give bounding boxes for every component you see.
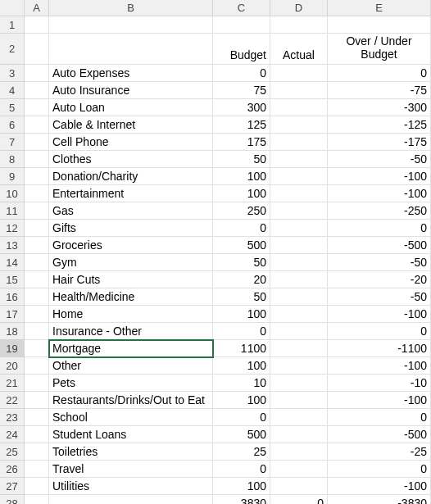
budget-cell[interactable]: 500 bbox=[213, 237, 270, 254]
actual-cell[interactable] bbox=[270, 357, 328, 375]
header-overunder[interactable]: Over / Under Budget bbox=[328, 34, 431, 65]
cell[interactable] bbox=[25, 116, 49, 134]
overunder-cell[interactable]: -1100 bbox=[328, 340, 431, 357]
cell[interactable] bbox=[25, 65, 49, 82]
actual-cell[interactable] bbox=[270, 220, 328, 237]
row-header[interactable]: 24 bbox=[0, 426, 25, 443]
overunder-cell[interactable]: -100 bbox=[328, 392, 431, 409]
category-cell[interactable]: Auto Expenses bbox=[49, 65, 213, 82]
spreadsheet-grid[interactable]: ABCDE12BudgetActualOver / Under Budget3A… bbox=[0, 0, 431, 504]
cell[interactable] bbox=[25, 461, 49, 478]
actual-cell[interactable] bbox=[270, 237, 328, 254]
budget-cell[interactable]: 3830 bbox=[213, 495, 270, 504]
overunder-cell[interactable]: -250 bbox=[328, 202, 431, 220]
cell[interactable] bbox=[25, 168, 49, 185]
overunder-cell[interactable]: -10 bbox=[328, 375, 431, 392]
actual-cell[interactable] bbox=[270, 478, 328, 495]
cell[interactable] bbox=[25, 306, 49, 323]
overunder-cell[interactable]: -20 bbox=[328, 271, 431, 288]
budget-cell[interactable]: 25 bbox=[213, 443, 270, 461]
budget-cell[interactable]: 500 bbox=[213, 426, 270, 443]
category-cell[interactable]: Toiletries bbox=[49, 443, 213, 461]
cell[interactable] bbox=[25, 99, 49, 116]
overunder-cell[interactable]: -50 bbox=[328, 254, 431, 271]
cell[interactable] bbox=[49, 16, 213, 34]
budget-cell[interactable]: 100 bbox=[213, 478, 270, 495]
budget-cell[interactable]: 300 bbox=[213, 99, 270, 116]
row-header[interactable]: 11 bbox=[0, 202, 25, 220]
cell[interactable] bbox=[25, 375, 49, 392]
row-header[interactable]: 15 bbox=[0, 271, 25, 288]
actual-cell[interactable]: 0 bbox=[270, 495, 328, 504]
budget-cell[interactable]: 10 bbox=[213, 375, 270, 392]
overunder-cell[interactable]: -25 bbox=[328, 443, 431, 461]
select-all-corner[interactable] bbox=[0, 0, 25, 16]
cell[interactable] bbox=[25, 357, 49, 375]
category-cell[interactable]: Gym bbox=[49, 254, 213, 271]
overunder-cell[interactable]: -50 bbox=[328, 288, 431, 306]
actual-cell[interactable] bbox=[270, 426, 328, 443]
budget-cell[interactable]: 50 bbox=[213, 288, 270, 306]
category-cell[interactable]: Auto Loan bbox=[49, 99, 213, 116]
budget-cell[interactable]: 50 bbox=[213, 151, 270, 168]
category-cell[interactable]: Cell Phone bbox=[49, 134, 213, 151]
actual-cell[interactable] bbox=[270, 392, 328, 409]
category-cell[interactable] bbox=[49, 495, 213, 504]
cell[interactable] bbox=[25, 323, 49, 340]
budget-cell[interactable]: 1100 bbox=[213, 340, 270, 357]
cell[interactable] bbox=[25, 426, 49, 443]
budget-cell[interactable]: 100 bbox=[213, 357, 270, 375]
budget-cell[interactable]: 75 bbox=[213, 82, 270, 99]
overunder-cell[interactable]: -100 bbox=[328, 168, 431, 185]
row-header[interactable]: 19 bbox=[0, 340, 25, 357]
cell[interactable] bbox=[25, 34, 49, 65]
category-cell[interactable]: Gifts bbox=[49, 220, 213, 237]
row-header[interactable]: 8 bbox=[0, 151, 25, 168]
category-cell[interactable]: Groceries bbox=[49, 237, 213, 254]
actual-cell[interactable] bbox=[270, 340, 328, 357]
cell[interactable] bbox=[25, 409, 49, 426]
budget-cell[interactable]: 100 bbox=[213, 168, 270, 185]
row-header[interactable]: 3 bbox=[0, 65, 25, 82]
actual-cell[interactable] bbox=[270, 375, 328, 392]
overunder-cell[interactable]: -3830 bbox=[328, 495, 431, 504]
actual-cell[interactable] bbox=[270, 288, 328, 306]
overunder-cell[interactable]: -500 bbox=[328, 237, 431, 254]
budget-cell[interactable]: 0 bbox=[213, 220, 270, 237]
actual-cell[interactable] bbox=[270, 202, 328, 220]
actual-cell[interactable] bbox=[270, 65, 328, 82]
overunder-cell[interactable]: 0 bbox=[328, 461, 431, 478]
overunder-cell[interactable]: -50 bbox=[328, 151, 431, 168]
row-header[interactable]: 6 bbox=[0, 116, 25, 134]
overunder-cell[interactable]: -100 bbox=[328, 306, 431, 323]
category-cell[interactable]: Student Loans bbox=[49, 426, 213, 443]
cell[interactable] bbox=[328, 16, 431, 34]
cell[interactable] bbox=[25, 185, 49, 202]
category-cell[interactable]: Cable & Internet bbox=[49, 116, 213, 134]
category-cell[interactable]: Clothes bbox=[49, 151, 213, 168]
row-header[interactable]: 4 bbox=[0, 82, 25, 99]
header-actual[interactable]: Actual bbox=[270, 34, 328, 65]
actual-cell[interactable] bbox=[270, 461, 328, 478]
overunder-cell[interactable]: -100 bbox=[328, 185, 431, 202]
column-header-e[interactable]: E bbox=[328, 0, 431, 16]
actual-cell[interactable] bbox=[270, 409, 328, 426]
category-cell[interactable]: Donation/Charity bbox=[49, 168, 213, 185]
category-cell[interactable]: Other bbox=[49, 357, 213, 375]
column-header-b[interactable]: B bbox=[49, 0, 213, 16]
actual-cell[interactable] bbox=[270, 99, 328, 116]
category-cell[interactable]: Travel bbox=[49, 461, 213, 478]
cell[interactable] bbox=[25, 237, 49, 254]
category-cell[interactable]: Auto Insurance bbox=[49, 82, 213, 99]
category-cell[interactable]: Mortgage bbox=[49, 340, 213, 357]
row-header[interactable]: 26 bbox=[0, 461, 25, 478]
cell[interactable] bbox=[25, 478, 49, 495]
overunder-cell[interactable]: -100 bbox=[328, 357, 431, 375]
actual-cell[interactable] bbox=[270, 116, 328, 134]
budget-cell[interactable]: 0 bbox=[213, 409, 270, 426]
category-cell[interactable]: Health/Medicine bbox=[49, 288, 213, 306]
cell[interactable] bbox=[270, 16, 328, 34]
cell[interactable] bbox=[25, 202, 49, 220]
budget-cell[interactable]: 0 bbox=[213, 65, 270, 82]
row-header[interactable]: 16 bbox=[0, 288, 25, 306]
